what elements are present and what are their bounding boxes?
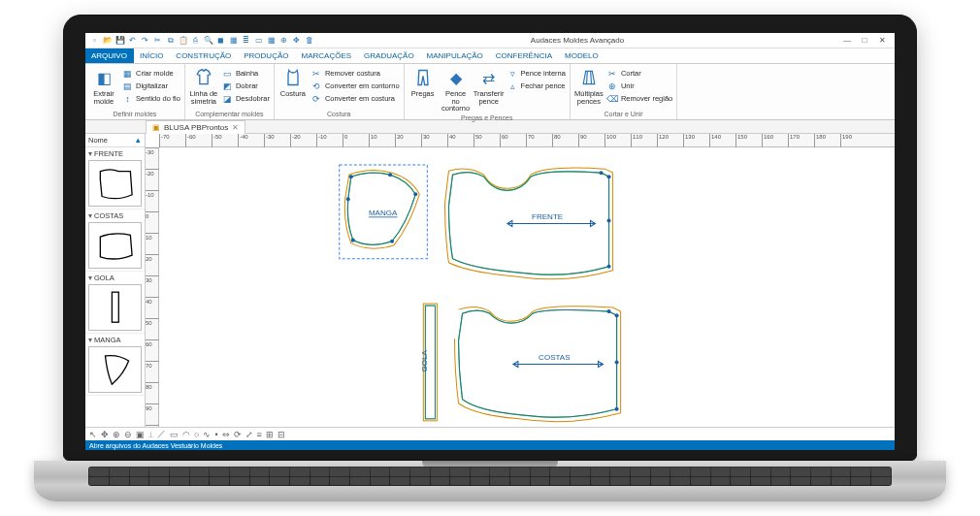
ruler-tick: -40 bbox=[238, 134, 248, 147]
twisty-icon[interactable]: ▾ bbox=[88, 211, 92, 220]
print-icon[interactable]: ⎙ bbox=[190, 35, 201, 46]
pence-contorno-button[interactable]: ◆ Pence no contorno bbox=[441, 67, 471, 113]
align-tool[interactable]: ≡ bbox=[257, 430, 262, 439]
window-controls: — □ ✕ bbox=[840, 36, 895, 45]
group-tool[interactable]: ⊞ bbox=[266, 430, 274, 439]
sidebar-item-manga[interactable]: ▾MANGA bbox=[85, 334, 145, 396]
arrow-icon: ↕ bbox=[122, 93, 133, 104]
file-open-icon[interactable]: 📂 bbox=[102, 35, 113, 46]
pence-interna-button[interactable]: ▿Pence interna bbox=[507, 67, 566, 80]
ruler-tick: 160 bbox=[762, 134, 773, 147]
remover-regiao-button[interactable]: ⌫Remover região bbox=[607, 92, 672, 105]
part-thumbnail[interactable] bbox=[88, 284, 142, 331]
sidebar-item-costas[interactable]: ▾COSTAS bbox=[85, 210, 145, 272]
tab-modelo[interactable]: MODELO bbox=[559, 48, 605, 63]
maximize-button[interactable]: □ bbox=[858, 36, 871, 45]
line-tool[interactable]: ／ bbox=[157, 428, 166, 440]
curve-tool[interactable]: ∿ bbox=[203, 430, 211, 439]
zoom-in-tool[interactable]: ⊕ bbox=[113, 430, 120, 439]
circle-tool[interactable]: ○ bbox=[194, 430, 199, 439]
dobrar-button[interactable]: ◩Dobrar bbox=[222, 80, 270, 92]
save-icon[interactable]: 💾 bbox=[114, 35, 125, 46]
zoom-out-tool[interactable]: ⊖ bbox=[124, 430, 132, 439]
tab-conferência[interactable]: CONFERÊNCIA bbox=[490, 48, 559, 63]
tab-arquivo[interactable]: ARQUIVO bbox=[85, 48, 134, 63]
convert-icon: ⟲ bbox=[311, 81, 322, 91]
converter-contorno-button[interactable]: ⟲Converter em contorno bbox=[311, 80, 400, 92]
minimize-button[interactable]: — bbox=[840, 36, 854, 45]
document-tab[interactable]: ▣ BLUSA PBProntos ✕ bbox=[146, 120, 245, 134]
trash-icon[interactable]: 🗑 bbox=[304, 35, 314, 46]
linha-simetria-button[interactable]: Linha de simetria bbox=[189, 67, 218, 109]
redo-icon[interactable]: ↷ bbox=[140, 35, 150, 46]
close-button[interactable]: ✕ bbox=[875, 36, 889, 45]
measure-tool[interactable]: ⟂ bbox=[148, 430, 153, 439]
pan-icon[interactable]: ✥ bbox=[291, 35, 302, 46]
close-tab-icon[interactable]: ✕ bbox=[232, 123, 239, 132]
ruler-tick: 40 bbox=[447, 134, 456, 147]
tab-construção[interactable]: CONSTRUÇÃO bbox=[170, 48, 238, 63]
join-icon: ⊕ bbox=[607, 81, 618, 91]
piece-frente[interactable]: FRENTE bbox=[444, 168, 612, 279]
zoom-fit-tool[interactable]: ▣ bbox=[136, 430, 145, 439]
zoom-icon[interactable]: ⊕ bbox=[278, 35, 289, 46]
select-tool[interactable]: ↖ bbox=[89, 430, 97, 439]
transferir-pence-button[interactable]: ⇄ Transferir pence bbox=[474, 67, 504, 113]
piece-costas[interactable]: COSTAS bbox=[455, 306, 621, 422]
point-tool[interactable]: • bbox=[214, 430, 217, 439]
pregas-button[interactable]: Pregas bbox=[408, 67, 438, 113]
tab-manipulação[interactable]: MANIPULAÇÃO bbox=[421, 48, 490, 63]
converter-costura-button[interactable]: ⟳Converter em costura bbox=[311, 92, 400, 105]
copy-icon[interactable]: ⧉ bbox=[165, 35, 176, 46]
remover-costura-button[interactable]: ✂Remover costura bbox=[311, 67, 400, 80]
scale-tool[interactable]: ⤢ bbox=[245, 430, 253, 439]
sidebar-item-frente[interactable]: ▾FRENTE bbox=[85, 147, 145, 210]
arc-tool[interactable]: ◠ bbox=[182, 430, 190, 439]
piece-gola[interactable]: GOLA bbox=[420, 304, 437, 421]
tab-marcações[interactable]: MARCAÇÕES bbox=[295, 48, 358, 63]
rect-tool[interactable]: ▭ bbox=[170, 430, 179, 439]
bainha-button[interactable]: ▭Bainha bbox=[222, 67, 270, 80]
cut-icon[interactable]: ✂ bbox=[152, 35, 163, 46]
unir-button[interactable]: ⊕Unir bbox=[607, 80, 672, 92]
layer-icon[interactable]: ≣ bbox=[241, 35, 251, 46]
group-label: Pregas e Pences bbox=[408, 113, 566, 123]
group-label: Definir moldes bbox=[89, 109, 180, 119]
part-thumbnail[interactable] bbox=[88, 160, 142, 207]
color-icon[interactable]: ◼ bbox=[215, 35, 226, 46]
pattern-icon[interactable]: ▦ bbox=[228, 35, 239, 46]
digitalizar-button[interactable]: ▤Digitalizar bbox=[122, 80, 180, 92]
file-new-icon[interactable]: ▫ bbox=[89, 35, 100, 46]
fechar-pence-button[interactable]: ▵Fechar pence bbox=[507, 80, 566, 92]
drawing-canvas[interactable]: MANGA FRENTE bbox=[159, 147, 895, 440]
undo-icon[interactable]: ↶ bbox=[127, 35, 138, 46]
extrair-molde-button[interactable]: ◧ Extrair molde bbox=[89, 67, 118, 109]
search-icon[interactable]: 🔍 bbox=[203, 35, 213, 46]
twisty-icon[interactable]: ▾ bbox=[88, 149, 92, 158]
rotate-tool[interactable]: ⟳ bbox=[234, 430, 242, 439]
sidebar-item-gola[interactable]: ▾GOLA bbox=[85, 272, 145, 334]
ruler-icon[interactable]: ▭ bbox=[253, 35, 264, 46]
costura-button[interactable]: Costura bbox=[278, 67, 308, 109]
twisty-icon[interactable]: ▾ bbox=[88, 274, 92, 282]
mirror-tool[interactable]: ⇔ bbox=[222, 430, 230, 439]
pan-tool[interactable]: ✥ bbox=[101, 430, 109, 439]
grid-icon[interactable]: ▦ bbox=[266, 35, 277, 46]
ungroup-tool[interactable]: ⊟ bbox=[278, 430, 285, 439]
twisty-icon[interactable]: ▾ bbox=[88, 336, 92, 344]
tab-produção[interactable]: PRODUÇÃO bbox=[238, 48, 295, 63]
part-thumbnail[interactable] bbox=[88, 346, 142, 393]
sentido-fio-button[interactable]: ↕Sentido do fio bbox=[122, 92, 180, 105]
piece-manga[interactable]: MANGA bbox=[340, 165, 428, 259]
paste-icon[interactable]: 📋 bbox=[178, 35, 188, 46]
sort-icon[interactable]: ▲ bbox=[135, 136, 142, 145]
group-label: Costura bbox=[278, 109, 400, 119]
workspace: Nome ▲ ▾FRENTE▾COSTAS▾GOLA▾MANGA -70-60-… bbox=[85, 134, 895, 440]
desdobrar-button[interactable]: ◪Desdobrar bbox=[222, 92, 270, 105]
multiplas-pences-button[interactable]: Múltiplas pences bbox=[574, 67, 604, 109]
tab-início[interactable]: INÍCIO bbox=[134, 48, 170, 63]
tab-graduação[interactable]: GRADUAÇÃO bbox=[358, 48, 421, 63]
criar-molde-button[interactable]: ▦Criar molde bbox=[122, 67, 180, 80]
cortar-button[interactable]: ✂Cortar bbox=[607, 67, 672, 80]
part-thumbnail[interactable] bbox=[88, 222, 142, 269]
